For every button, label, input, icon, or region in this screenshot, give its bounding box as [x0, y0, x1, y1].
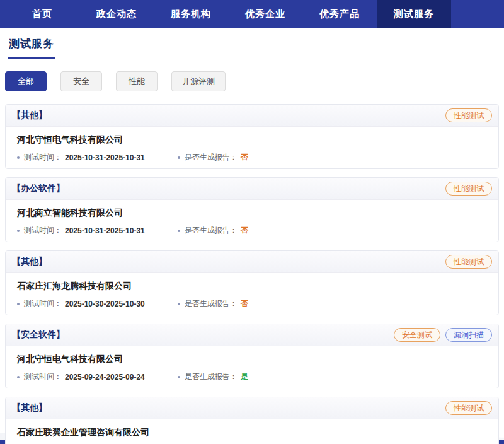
- test-time-label: 测试时间：: [24, 298, 62, 309]
- test-time-detail: 测试时间： 2025-10-31-2025-10-31: [17, 225, 145, 236]
- page-title: 测试服务: [8, 37, 55, 59]
- tag-performance-test: 性能测试: [445, 401, 492, 415]
- card-tags: 性能测试: [445, 401, 492, 415]
- test-time-label: 测试时间：: [24, 371, 62, 382]
- report-label: 是否生成报告：: [185, 371, 238, 382]
- bullet-dot-icon: [17, 156, 20, 159]
- nav-item-home[interactable]: 首页: [5, 0, 79, 28]
- test-time-detail: 测试时间： 2025-10-30-2025-10-30: [17, 298, 145, 309]
- card-header: 【其他】 性能测试: [6, 397, 498, 419]
- tag-vulnerability-scan: 漏洞扫描: [445, 328, 492, 342]
- card-header: 【其他】 性能测试: [6, 251, 498, 273]
- report-value: 否: [241, 152, 248, 163]
- bullet-dot-icon: [178, 376, 180, 378]
- company-name[interactable]: 河北商立智能科技有限公司: [12, 204, 492, 221]
- tag-performance-test: 性能测试: [445, 255, 492, 269]
- card-body: 河北商立智能科技有限公司 测试时间： 2025-10-31-2025-10-31…: [6, 200, 498, 242]
- test-card-1: 【其他】 性能测试 河北守恒电气科技有限公司 测试时间： 2025-10-31-…: [5, 104, 499, 169]
- test-card-2: 【办公软件】 性能测试 河北商立智能科技有限公司 测试时间： 2025-10-3…: [5, 177, 499, 242]
- card-tags: 性能测试: [445, 108, 492, 122]
- report-detail: 是否生成报告： 否: [178, 298, 248, 309]
- top-nav: 首页 政企动态 服务机构 优秀企业 优秀产品 测试服务: [0, 0, 504, 28]
- report-label: 是否生成报告：: [185, 225, 238, 236]
- test-time-value: 2025-10-31-2025-10-31: [65, 226, 145, 235]
- filter-button-opensource[interactable]: 开源评测: [171, 71, 226, 91]
- nav-item-top-products[interactable]: 优秀产品: [302, 0, 377, 28]
- report-detail: 是否生成报告： 否: [178, 152, 248, 163]
- card-tags: 性能测试: [445, 182, 492, 196]
- card-body: 石家庄汇海龙腾科技有限公司 测试时间： 2025-10-30-2025-10-3…: [6, 273, 498, 315]
- test-card-list: 【其他】 性能测试 河北守恒电气科技有限公司 测试时间： 2025-10-31-…: [5, 104, 499, 444]
- card-category: 【其他】: [12, 402, 47, 414]
- card-header: 【办公软件】 性能测试: [6, 178, 498, 200]
- nav-item-gov-news[interactable]: 政企动态: [79, 0, 154, 28]
- tag-security-test: 安全测试: [394, 328, 440, 342]
- filter-button-security[interactable]: 安全: [60, 71, 102, 91]
- bullet-dot-icon: [17, 376, 20, 378]
- test-card-4: 【安全软件】 安全测试 漏洞扫描 河北守恒电气科技有限公司 测试时间： 2025…: [5, 324, 499, 389]
- main-content: 测试服务 全部 安全 性能 开源评测 【其他】 性能测试 河北守恒电气科技有限公…: [0, 37, 504, 444]
- card-details: 测试时间： 2025-10-31-2025-10-31 是否生成报告： 否: [12, 225, 492, 236]
- test-time-value: 2025-09-24-2025-09-24: [65, 373, 145, 382]
- test-card-5: 【其他】 性能测试 石家庄联翼企业管理咨询有限公司 测试时间： 2025-09-…: [5, 397, 499, 444]
- company-name[interactable]: 河北守恒电气科技有限公司: [12, 131, 492, 148]
- bullet-dot-icon: [178, 230, 180, 232]
- test-time-detail: 测试时间： 2025-10-31-2025-10-31: [17, 152, 145, 163]
- test-card-3: 【其他】 性能测试 石家庄汇海龙腾科技有限公司 测试时间： 2025-10-30…: [5, 250, 499, 315]
- bullet-dot-icon: [17, 230, 20, 232]
- card-details: 测试时间： 2025-09-24-2025-09-24 是否生成报告： 是: [12, 371, 492, 382]
- card-tags: 安全测试 漏洞扫描: [394, 328, 492, 342]
- bullet-dot-icon: [178, 156, 180, 159]
- card-body: 河北守恒电气科技有限公司 测试时间： 2025-10-31-2025-10-31…: [6, 127, 498, 168]
- nav-item-service-orgs[interactable]: 服务机构: [154, 0, 228, 28]
- filter-button-all[interactable]: 全部: [5, 71, 47, 91]
- report-detail: 是否生成报告： 是: [178, 371, 248, 382]
- report-label: 是否生成报告：: [185, 298, 238, 309]
- test-time-value: 2025-10-31-2025-10-31: [65, 153, 145, 162]
- filter-bar: 全部 安全 性能 开源评测: [5, 71, 499, 91]
- card-category: 【其他】: [12, 110, 47, 121]
- report-label: 是否生成报告：: [185, 152, 238, 163]
- card-tags: 性能测试: [445, 255, 492, 269]
- nav-item-test-services[interactable]: 测试服务: [377, 0, 451, 28]
- test-time-label: 测试时间：: [24, 152, 62, 163]
- tag-performance-test: 性能测试: [445, 108, 492, 122]
- card-body: 石家庄联翼企业管理咨询有限公司 测试时间： 2025-09-18-2025-09…: [6, 419, 498, 444]
- company-name[interactable]: 石家庄汇海龙腾科技有限公司: [12, 278, 492, 295]
- tag-performance-test: 性能测试: [445, 182, 492, 196]
- company-name[interactable]: 河北守恒电气科技有限公司: [12, 351, 492, 368]
- test-time-label: 测试时间：: [24, 225, 62, 236]
- report-value: 否: [241, 225, 248, 236]
- card-details: 测试时间： 2025-10-30-2025-10-30 是否生成报告： 否: [12, 298, 492, 309]
- report-value: 是: [241, 371, 248, 382]
- filter-button-performance[interactable]: 性能: [116, 71, 158, 91]
- card-header: 【安全软件】 安全测试 漏洞扫描: [6, 324, 498, 346]
- card-body: 河北守恒电气科技有限公司 测试时间： 2025-09-24-2025-09-24…: [6, 346, 498, 388]
- card-details: 测试时间： 2025-10-31-2025-10-31 是否生成报告： 否: [12, 152, 492, 163]
- test-time-value: 2025-10-30-2025-10-30: [65, 300, 145, 308]
- test-time-detail: 测试时间： 2025-09-24-2025-09-24: [17, 371, 145, 382]
- report-value: 否: [241, 298, 248, 309]
- card-category: 【安全软件】: [12, 329, 65, 341]
- bullet-dot-icon: [17, 303, 20, 305]
- bullet-dot-icon: [178, 303, 180, 305]
- card-category: 【办公软件】: [12, 183, 65, 194]
- card-category: 【其他】: [12, 256, 47, 267]
- report-detail: 是否生成报告： 否: [178, 225, 248, 236]
- card-header: 【其他】 性能测试: [6, 105, 498, 127]
- company-name[interactable]: 石家庄联翼企业管理咨询有限公司: [12, 424, 492, 441]
- nav-item-top-enterprises[interactable]: 优秀企业: [228, 0, 302, 28]
- page-title-wrap: 测试服务: [8, 37, 499, 59]
